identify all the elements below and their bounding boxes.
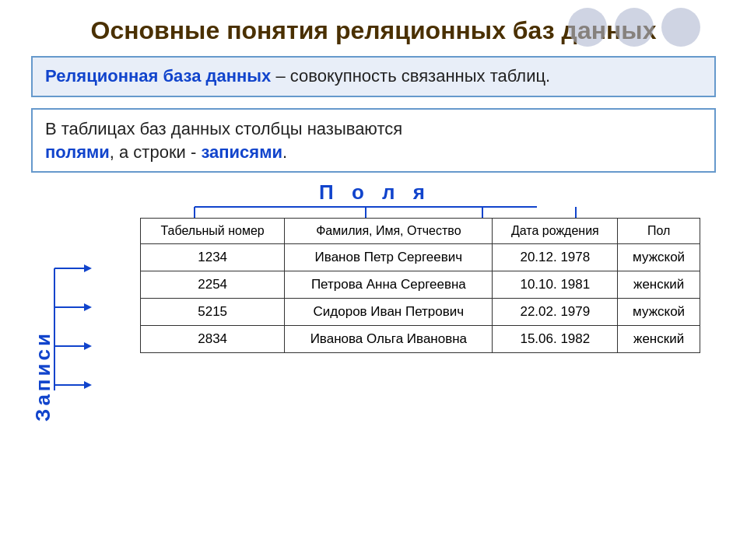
cell-1-2: 10.10. 1981 bbox=[493, 271, 618, 299]
col-header-3: Пол bbox=[618, 219, 700, 244]
col-header-1: Фамилия, Имя, Отчество bbox=[285, 219, 493, 244]
svg-marker-11 bbox=[84, 264, 92, 272]
circle-2 bbox=[615, 8, 654, 47]
decorative-circles bbox=[568, 8, 700, 47]
table-row: 2834Иванова Ольга Ивановна15.06. 1982жен… bbox=[141, 326, 700, 353]
cell-0-1: Иванов Петр Сергеевич bbox=[285, 244, 493, 271]
fields-label: полями bbox=[45, 142, 110, 162]
data-table: Табельный номер Фамилия, Имя, Отчество Д… bbox=[140, 218, 700, 353]
cell-3-3: женский bbox=[618, 326, 700, 353]
cell-2-2: 22.02. 1979 bbox=[493, 299, 618, 326]
col-header-2: Дата рождения bbox=[493, 219, 618, 244]
definition-text: – совокупность связанных таблиц. bbox=[271, 66, 550, 86]
polya-label: П о л я bbox=[319, 180, 431, 205]
zapisi-label: Записи bbox=[31, 331, 55, 422]
circle-1 bbox=[568, 8, 607, 47]
table-row: 1234Иванов Петр Сергеевич20.12. 1978мужс… bbox=[141, 244, 700, 271]
table-row: 5215Сидоров Иван Петрович22.02. 1979мужс… bbox=[141, 299, 700, 326]
diagram-area: П о л я bbox=[31, 180, 716, 445]
table-row: 2254Петрова Анна Сергеевна10.10. 1981жен… bbox=[141, 271, 700, 299]
cell-3-0: 2834 bbox=[141, 326, 285, 353]
info-middle: , а строки - bbox=[110, 142, 202, 162]
cell-3-1: Иванова Ольга Ивановна bbox=[285, 326, 493, 353]
cell-2-3: мужской bbox=[618, 299, 700, 326]
info-box: В таблицах баз данных столбцы называются… bbox=[31, 108, 716, 173]
cell-0-2: 20.12. 1978 bbox=[493, 244, 618, 271]
cell-3-2: 15.06. 1982 bbox=[493, 326, 618, 353]
cell-1-1: Петрова Анна Сергеевна bbox=[285, 271, 493, 299]
page: Основные понятия реляционных баз данных … bbox=[0, 0, 747, 560]
circle-3 bbox=[661, 8, 700, 47]
records-label: записями bbox=[201, 142, 282, 162]
info-line1: В таблицах баз данных столбцы называются bbox=[45, 119, 402, 138]
cell-1-0: 2254 bbox=[141, 271, 285, 299]
definition-box: Реляционная база данных – совокупность с… bbox=[31, 56, 716, 97]
definition-term: Реляционная база данных bbox=[45, 66, 271, 86]
svg-marker-15 bbox=[84, 342, 92, 350]
info-end: . bbox=[282, 142, 287, 162]
table-header-row: Табельный номер Фамилия, Имя, Отчество Д… bbox=[141, 219, 700, 244]
cell-1-3: женский bbox=[618, 271, 700, 299]
svg-marker-17 bbox=[84, 381, 92, 389]
cell-0-0: 1234 bbox=[141, 244, 285, 271]
svg-marker-13 bbox=[84, 303, 92, 311]
cell-0-3: мужской bbox=[618, 244, 700, 271]
cell-2-0: 5215 bbox=[141, 299, 285, 326]
cell-2-1: Сидоров Иван Петрович bbox=[285, 299, 493, 326]
col-header-0: Табельный номер bbox=[141, 219, 285, 244]
